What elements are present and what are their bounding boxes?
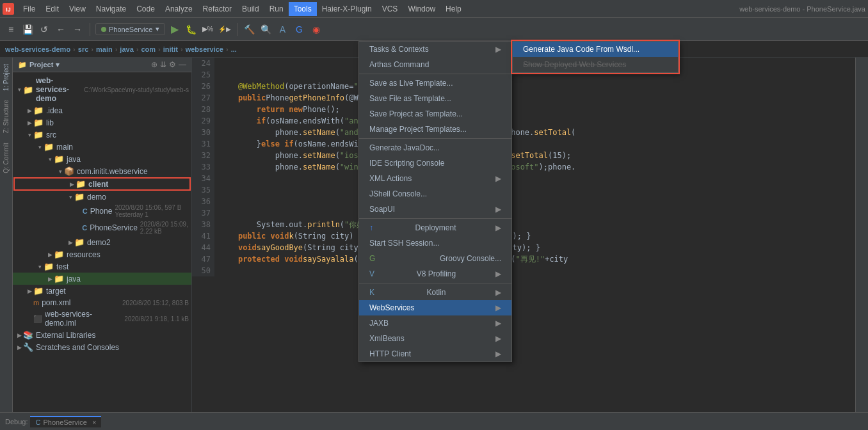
menu-deployment[interactable]: ↑ Deployment ▶ (359, 220, 511, 235)
menu-xmlbeans[interactable]: XmlBeans ▶ (359, 331, 511, 346)
search-everywhere-btn[interactable]: 🔍 (259, 22, 273, 36)
tree-item-iml[interactable]: ▶ ⬛ web-services-demo.iml 2020/8/21 9:18… (13, 308, 191, 329)
tree-item-lib[interactable]: ▶ 📁 lib (13, 116, 191, 129)
package-icon: 📦 (64, 166, 74, 176)
close-tab-btn[interactable]: × (92, 418, 96, 426)
menu-save-project-template[interactable]: Save Project as Template... (359, 106, 511, 122)
folder-icon-main: 📁 (44, 142, 54, 152)
tree-item-ext-libs[interactable]: ▶ 📚 External Libraries (13, 329, 191, 341)
tree-item-client[interactable]: ▶ 📁 client (14, 178, 190, 190)
code-line-38: System.out.println("你好: "+city); } (220, 219, 850, 230)
menu-tools[interactable]: Tools (289, 2, 317, 16)
breadcrumb-root[interactable]: web-services-demo (5, 45, 70, 53)
breadcrumb-initit[interactable]: initit (163, 45, 178, 53)
menu-window[interactable]: Window (403, 2, 440, 16)
menu-soapui[interactable]: SoapUI ▶ (359, 202, 511, 217)
toolbar-sync-btn[interactable]: ↺ (37, 22, 51, 36)
menu-save-file-template[interactable]: Save File as Template... (359, 91, 511, 106)
run-btn[interactable]: ▶ (168, 22, 182, 36)
plugin-btn1[interactable]: G (293, 22, 307, 36)
scratches-icon: 🔧 (23, 342, 33, 352)
folder-icon-idea: 📁 (33, 106, 44, 115)
menu-haier[interactable]: Haier-X-Plugin (317, 2, 377, 16)
tab-commit[interactable]: Q: Commit (1, 139, 11, 177)
code-line-30: phone.setName("android");phone.setOwner(… (220, 127, 850, 138)
submenu-show-deployed[interactable]: Show Deployed Web Services (513, 57, 678, 72)
debug-tab[interactable]: C PhoneService × (30, 416, 101, 427)
menu-build[interactable]: Build (237, 2, 264, 16)
run-config-selector[interactable]: PhoneService ▾ (95, 23, 165, 35)
tree-item-scratches[interactable]: ▶ 🔧 Scratches and Consoles (13, 341, 191, 353)
menu-run[interactable]: Run (264, 2, 289, 16)
menu-save-live-template[interactable]: Save as Live Template... (359, 76, 511, 91)
menu-jaxb[interactable]: JAXB ▶ (359, 315, 511, 331)
statusbar: Debug: C PhoneService × (0, 412, 868, 430)
tree-item-src[interactable]: ▾ 📁 src (13, 129, 191, 141)
tree-item-phone[interactable]: ▶ C Phone 2020/8/20 15:06, 597 B Yesterd… (13, 203, 191, 219)
tree-item-target[interactable]: ▶ 📁 target (13, 285, 191, 297)
tree-item-test-java[interactable]: ▶ 📁 java (13, 273, 191, 285)
menu-ide-scripting-console[interactable]: IDE Scripting Console (359, 155, 511, 171)
project-tree: ▾ 📁 web-services-demo C:\WorkSpace\my-st… (13, 72, 191, 412)
plugin-btn2[interactable]: ◉ (309, 22, 323, 36)
breadcrumb-main[interactable]: main (96, 45, 113, 53)
collapse-all-btn[interactable]: ⇊ (160, 60, 166, 69)
toolbar-forward-btn[interactable]: → (70, 22, 84, 36)
menu-kotlin[interactable]: K Kotlin ▶ (359, 285, 511, 300)
folder-icon-target: 📁 (33, 286, 44, 296)
locate-file-btn[interactable]: ⊕ (151, 60, 157, 69)
menu-start-ssh[interactable]: Start SSH Session... (359, 235, 511, 251)
toolbar-save-btn[interactable]: 💾 (20, 22, 35, 36)
menu-tasks-contexts[interactable]: Tasks & Contexts ▶ (359, 42, 511, 57)
tree-item-idea[interactable]: ▶ 📁 .idea (13, 104, 191, 116)
breadcrumb-src[interactable]: src (78, 45, 89, 53)
menu-file[interactable]: File (18, 2, 40, 16)
run-with-coverage-btn[interactable]: ▶% (201, 22, 215, 36)
tab-project[interactable]: 1: Project (1, 60, 11, 95)
tree-item-root[interactable]: ▾ 📁 web-services-demo C:\WorkSpace\my-st… (13, 75, 191, 104)
tree-item-test[interactable]: ▾ 📁 test (13, 260, 191, 273)
menu-vcs[interactable]: VCS (377, 2, 403, 16)
profile-btn[interactable]: ⚡▶ (218, 22, 232, 36)
tree-item-phoneservice[interactable]: ▶ C PhoneService 2020/8/20 15:09, 2.22 k… (13, 219, 191, 236)
menu-arthas-command[interactable]: Arthas Command (359, 57, 511, 72)
breadcrumb-java[interactable]: java (120, 45, 133, 53)
debug-btn[interactable]: 🐛 (184, 22, 198, 36)
folder-icon-resources: 📁 (54, 250, 64, 259)
tree-item-main[interactable]: ▾ 📁 main (13, 141, 191, 153)
toolbar-main-menu-btn[interactable]: ≡ (4, 22, 18, 36)
build-project-btn[interactable]: 🔨 (243, 22, 257, 36)
menu-v8-profiling[interactable]: V V8 Profiling ▶ (359, 266, 511, 282)
menu-generate-javadoc[interactable]: Generate JavaDoc... (359, 140, 511, 155)
menu-manage-templates[interactable]: Manage Project Templates... (359, 122, 511, 137)
menu-jshell-console[interactable]: JShell Console... (359, 186, 511, 202)
breadcrumb-more[interactable]: ... (231, 45, 237, 53)
toolbar-back-btn[interactable]: ← (54, 22, 68, 36)
settings-btn[interactable]: ⚙ (169, 60, 176, 69)
tab-structure[interactable]: Z: Structure (1, 96, 11, 137)
tree-item-pom[interactable]: ▶ m pom.xml 2020/8/20 15:12, 803 B (13, 297, 191, 308)
tree-item-demo2[interactable]: ▶ 📁 demo2 (13, 236, 191, 248)
tree-item-resources[interactable]: ▶ 📁 resources (13, 248, 191, 260)
submenu-generate-java-code[interactable]: Generate Java Code From Wsdl... (513, 42, 678, 57)
code-editor[interactable]: 2425262728 2930313233 3435363738 4144475… (192, 58, 855, 412)
menu-analyze[interactable]: Analyze (160, 2, 198, 16)
tree-item-package[interactable]: ▾ 📦 com.initit.webservice (13, 165, 191, 177)
webservices-arrow: ▶ (495, 303, 501, 312)
breadcrumb-webservice[interactable]: webservice (186, 45, 223, 53)
menu-help[interactable]: Help (440, 2, 467, 16)
menu-http-client[interactable]: HTTP Client ▶ (359, 346, 511, 362)
menu-groovy-console[interactable]: G Groovy Console... (359, 251, 511, 266)
menu-webservices[interactable]: WebServices ▶ (359, 300, 511, 315)
menu-edit[interactable]: Edit (40, 2, 64, 16)
menu-refactor[interactable]: Refactor (198, 2, 237, 16)
tree-item-demo[interactable]: ▾ 📁 demo (13, 191, 191, 203)
menu-view[interactable]: View (64, 2, 91, 16)
find-action-btn[interactable]: A (276, 22, 290, 36)
hide-btn[interactable]: — (179, 60, 186, 69)
breadcrumb-com[interactable]: com (141, 45, 156, 53)
tree-item-java[interactable]: ▾ 📁 java (13, 153, 191, 165)
menu-xml-actions[interactable]: XML Actions ▶ (359, 171, 511, 186)
menu-code[interactable]: Code (131, 2, 160, 16)
menu-navigate[interactable]: Navigate (91, 2, 131, 16)
